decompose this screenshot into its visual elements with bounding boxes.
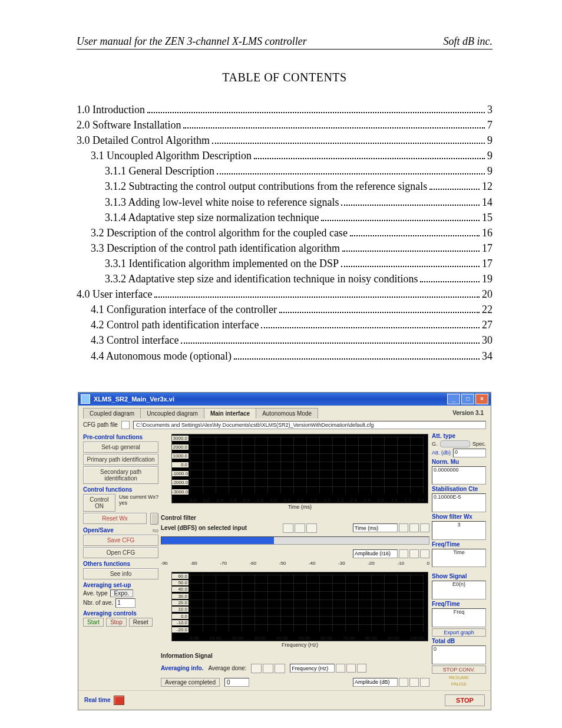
toc-entry[interactable]: 4.2 Control path identification interfac…: [77, 317, 492, 332]
toc-entry-page: 16: [482, 225, 492, 241]
plot-zoom-icon[interactable]: [295, 523, 305, 533]
axis-format-icon[interactable]: [420, 549, 429, 558]
toc-entry-page: 30: [482, 332, 492, 348]
show-filter-value[interactable]: 3: [432, 521, 486, 540]
toc-entry[interactable]: 1.0 Introduction 3: [77, 102, 492, 117]
close-button[interactable]: ×: [475, 394, 488, 404]
plot-zoom-icon[interactable]: [263, 664, 273, 673]
toc-entry[interactable]: 3.1.4 Adaptative step size normalization…: [77, 210, 492, 225]
open-save-label: Open/Save: [83, 527, 114, 533]
att-slider[interactable]: [440, 440, 470, 447]
toc-entry[interactable]: 4.1 Configuration interface of the contr…: [77, 302, 492, 317]
avg-stop-button[interactable]: Stop: [106, 618, 127, 627]
axis-scale-icon[interactable]: [409, 523, 419, 532]
avg-setup-label: Averaging set-up: [83, 582, 158, 588]
axis-format-icon[interactable]: [420, 678, 429, 687]
toc-entry[interactable]: 4.0 User interface 20: [77, 286, 492, 302]
toc-entry-label: 1.0 Introduction: [77, 102, 145, 117]
stab-cte-value[interactable]: 0.10000E-5: [432, 493, 486, 512]
folder-icon[interactable]: [121, 421, 130, 429]
open-cfg-button[interactable]: Open CFG: [83, 547, 158, 558]
toc-entry[interactable]: 3.1 Uncoupled Algorithm Description 9: [77, 148, 492, 163]
tick-label: 3.2: [404, 498, 411, 503]
tick-label: 1.2: [270, 498, 277, 503]
show-signal-value[interactable]: E0(n): [432, 581, 486, 599]
axis-lock-icon[interactable]: [336, 664, 345, 673]
freq-time-1-value[interactable]: Time: [432, 549, 486, 568]
reset-wx-button[interactable]: Reset Wx: [83, 513, 147, 524]
axis-scale-icon[interactable]: [409, 549, 419, 558]
toc-entry[interactable]: 3.1.3 Adding low-level white noise to re…: [77, 195, 492, 210]
plot-hand-icon[interactable]: [306, 523, 317, 533]
toc-entry-label: 4.4 Autonomous mode (optional): [91, 348, 232, 364]
amp-axis-input[interactable]: [353, 549, 398, 558]
freq-axis-input[interactable]: [290, 664, 335, 673]
axis-lock-icon[interactable]: [399, 549, 408, 558]
tick-label: 0.2: [203, 498, 210, 503]
tab[interactable]: Uncoupled diagram: [140, 408, 204, 419]
plot-hand-icon[interactable]: [275, 664, 285, 673]
primary-path-button[interactable]: Primary path identification: [83, 454, 158, 465]
maximize-button[interactable]: □: [461, 394, 474, 404]
amp-db-axis-input[interactable]: [353, 678, 398, 687]
save-cfg-button[interactable]: Save CFG: [83, 535, 158, 546]
freq-time-2-label: Freq/Time: [432, 601, 486, 607]
titlebar[interactable]: XLMS_SR2_Main_Ver3x.vi _ □ ×: [78, 393, 491, 406]
control-on-button[interactable]: Control ON: [83, 494, 115, 512]
export-graph-button[interactable]: Export graph: [432, 628, 486, 637]
avg-controls-label: Averaging controls: [83, 610, 158, 617]
avg-completed-label: Average completed: [161, 678, 220, 687]
stop-conv-button[interactable]: STOP CONV.: [432, 666, 486, 674]
stop-button[interactable]: STOP: [445, 694, 485, 706]
toc-dots: [341, 266, 480, 267]
top-plot-xlabel: Time (ms): [171, 504, 428, 510]
axis-scale-icon[interactable]: [346, 664, 356, 673]
toc-entry[interactable]: 3.3.2 Adaptative step size and identific…: [77, 271, 492, 286]
version-label: Version 3.1: [452, 410, 486, 416]
control-filter-caption: Control filter: [161, 515, 429, 521]
axis-format-icon[interactable]: [420, 523, 429, 532]
toc-dots: [181, 342, 480, 344]
toc-entry[interactable]: 4.3 Control interface 30: [77, 332, 492, 348]
toc-entry-page: 14: [482, 195, 492, 210]
time-axis-input[interactable]: [353, 523, 398, 532]
cfg-path-field[interactable]: C:\Documents and Settings\Alex\My Docume…: [133, 421, 486, 429]
avg-reset-button[interactable]: Reset: [129, 618, 153, 627]
freq-time-2-value[interactable]: Freq: [432, 608, 486, 627]
axis-lock-icon[interactable]: [399, 678, 408, 687]
setup-general-button[interactable]: Set-up general: [83, 442, 158, 453]
toc-dots: [254, 158, 485, 159]
wx-slider[interactable]: [150, 513, 158, 525]
tab[interactable]: Autonomous Mode: [256, 408, 318, 419]
see-info-button[interactable]: See info: [83, 568, 158, 579]
ave-type-select[interactable]: Expo.: [110, 589, 134, 597]
avg-start-button[interactable]: Start: [83, 618, 104, 627]
plot-tool-icon[interactable]: [283, 523, 293, 533]
toc-dots: [429, 189, 480, 190]
toc-entry[interactable]: 3.3 Description of the control path iden…: [77, 241, 492, 256]
toc-entry[interactable]: 3.0 Detailed Control Algorithm 9: [77, 133, 492, 148]
toc-entry[interactable]: 3.3.1 Identification algorithm implement…: [77, 256, 492, 271]
toc-entry-label: 4.3 Control interface: [91, 332, 178, 348]
toc-entry[interactable]: 4.4 Autonomous mode (optional) 34: [77, 348, 492, 364]
toc-entry[interactable]: 3.1.2 Subtracting the control output con…: [77, 179, 492, 194]
toc-entry[interactable]: 3.1.1 General Description 9: [77, 163, 492, 179]
tick-label: 0: [427, 561, 429, 566]
minimize-button[interactable]: _: [447, 394, 460, 404]
axis-scale-icon[interactable]: [409, 678, 419, 687]
plot-tool-icon[interactable]: [251, 664, 262, 673]
nbr-ave-input[interactable]: 1: [115, 598, 135, 608]
norm-mu-value[interactable]: 0.0000000: [432, 466, 486, 485]
tick-label: 1.6: [297, 498, 303, 503]
tick-label: 30.00: [254, 635, 266, 641]
axis-lock-icon[interactable]: [399, 523, 408, 532]
tick-label: 80.00: [365, 635, 377, 641]
axis-format-icon[interactable]: [357, 664, 366, 673]
toc-entry[interactable]: 3.2 Description of the control algorithm…: [77, 225, 492, 241]
tick-label: 0.0: [172, 614, 189, 619]
secondary-path-button[interactable]: Secondary path identification: [83, 466, 158, 484]
tab[interactable]: Main interface: [204, 408, 256, 419]
toc-entry[interactable]: 2.0 Software Installation 7: [77, 117, 492, 133]
tab[interactable]: Coupled diagram: [83, 408, 141, 419]
tab-bar: Coupled diagramUncoupled diagramMain int…: [83, 408, 318, 419]
